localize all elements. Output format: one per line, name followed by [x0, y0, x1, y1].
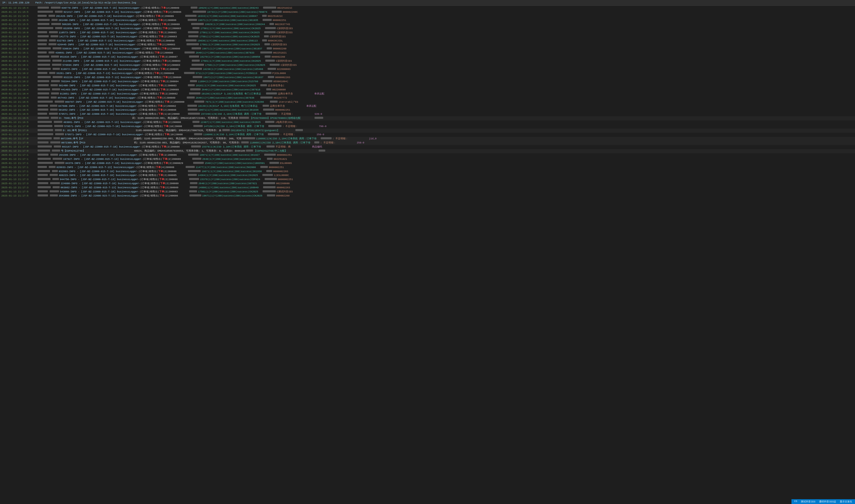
blur-col4	[267, 158, 273, 160]
blur-col3	[190, 80, 197, 82]
blur-col1	[38, 96, 49, 98]
blur-col4	[263, 80, 272, 82]
middle-col: -|订单域|销售出|下单|2|200083	[141, 59, 191, 63]
right-col: 055061894|	[273, 80, 310, 84]
status-col: 【PCO2769863】IPC02769863|创维箱仓配	[250, 116, 314, 120]
blur-col3	[192, 158, 201, 160]
blur-col4	[262, 174, 273, 176]
blur-col4	[260, 166, 268, 168]
timestamp: 2025-01-13 21:16:1	[1, 55, 37, 59]
status-col: 5711|1|Y|200|success|200|success|JY25011…	[196, 72, 260, 75]
blur-col3	[188, 19, 197, 21]
blur-col4	[314, 141, 319, 143]
timestamp: 2025-01-13 21:17:0	[1, 145, 37, 149]
status-col: i6270|1|Y|200|success|200|success|100858	[200, 55, 264, 59]
right-col: 000002260C	[283, 11, 319, 14]
middle-col: -|订单域|销售出|下单|2|200086	[137, 154, 187, 157]
extra-col: 单承运配	[306, 105, 854, 108]
blur-col3	[185, 166, 195, 168]
middle-col: -|订单域|销售出|下单|2|200090	[135, 39, 185, 43]
extra-col: 单承运配	[314, 92, 854, 96]
blur-col1	[38, 88, 50, 90]
log-row: 2025-01-13 21:17:0 663167-INFO - [JSF-BZ…	[0, 145, 855, 149]
timestamp: 2025-01-13 21:16:5	[1, 105, 37, 108]
middle-col: -|订单域|销售出|下单|1|10|20000	[137, 112, 187, 116]
blur-col1	[38, 113, 47, 115]
blur-col3	[188, 113, 200, 115]
blur-col1	[38, 149, 50, 151]
middle-col: -|订单域|销售出|下单|2|200082	[137, 105, 186, 108]
blur-col3	[193, 121, 199, 123]
timestamp: 2025-01-13 21:16:1	[1, 68, 37, 71]
timestamp: 2025-01-13 21:17:0	[1, 129, 37, 132]
info-col: 8072309;单号【PCO	[61, 141, 134, 145]
blur-col3	[194, 133, 202, 135]
blur-col4	[263, 182, 275, 184]
middle-col: -|订单域|销售出|下单|2|200089	[139, 182, 189, 185]
blur-col4	[265, 60, 275, 62]
blur-col4	[263, 6, 276, 8]
blur-col4	[269, 23, 274, 25]
right-col: : 不足明细：	[333, 137, 369, 141]
log-row: 2025-01-13 21:17:5 543060-INFO - [JSF-BZ…	[0, 190, 855, 194]
blur-col4	[262, 15, 267, 17]
blur-col1	[38, 64, 50, 66]
middle-col: -|订单域|销售出|下单|2|200086	[137, 108, 187, 112]
blur-col4	[270, 101, 278, 103]
blur-col2	[49, 15, 55, 17]
blur-col1	[38, 174, 48, 176]
middle-col: -|订单域|销售出|下单|2|200083	[138, 190, 188, 194]
blur-col1	[38, 137, 52, 139]
blur-col4	[266, 92, 277, 94]
log-row: 2025-01-13 21:16:0 532783-INFO - [JSF-BZ…	[0, 39, 855, 43]
right-col: C测试抖音IES	[277, 190, 313, 194]
status-col: 2640|1|Y|200|success|200|success|387821	[198, 182, 262, 185]
status-col: i9671|1|Y|200|success|200|success|CK2025	[202, 194, 266, 198]
middle-col: -|订单域|销售出|下单|2|2000848	[133, 72, 183, 75]
blur-col1	[38, 43, 47, 45]
info-col: 403061-INFO - [JSF-BZ-22000-915-T-13] bu…	[63, 121, 141, 124]
status-col: i9671|1|Y|200|success|200|success|361935	[198, 19, 262, 22]
info-col: 488223-INFO - [JSF-BZ-22000-915-T-18] bu…	[59, 174, 137, 177]
timestamp: 2025-01-13 21:15:5	[1, 15, 37, 18]
blur-col4	[321, 137, 332, 139]
extra-col: 商品编码	[312, 145, 854, 149]
blur-col1	[38, 35, 49, 37]
timestamp: 2025-01-13 21:16:5	[1, 112, 37, 116]
info-col: 506205-INFO - [JSF-BZ-22000-915-T-15] bu…	[62, 23, 140, 26]
blur-col1	[38, 117, 49, 119]
right-col: i电商月饼|ESL	[275, 121, 312, 124]
info-col: 33261-INFO - [JSF-BZ-22000-915-T-13] bus…	[56, 72, 133, 75]
timestamp: 2025-01-13 21:17:0	[1, 125, 37, 128]
log-container: 2025-01-13 21:15:4 630779-INFO - [JSF-BZ…	[0, 6, 855, 198]
log-row: 2025-01-13 21:16:2 33261-INFO - [JSF-BZ-…	[0, 71, 855, 76]
status-col: i9671|1|Y|200|success|200|success|361937	[203, 76, 267, 79]
status-col: 2640|1|Y|200|success|200|success|387828	[202, 158, 266, 161]
middle-col: -|订单域|销售出|下单|2|200083	[137, 84, 187, 88]
blur-col3	[190, 88, 201, 90]
blur-col3	[193, 76, 202, 78]
status-col: i9671|1|Y|200|success|200|success|361927	[199, 154, 263, 157]
blur-col3	[191, 23, 204, 25]
timestamp: 2025-01-13 21:17:5	[1, 190, 37, 194]
blur-col2	[51, 6, 60, 8]
status-col: i1477|1|Y|200|success|200|success|502808	[196, 166, 260, 169]
right-col: 002251821C	[277, 6, 314, 10]
extra-col: 258-0	[357, 141, 854, 145]
middle-col: S105-000000798-001, 商品编码: EMG44181709078…	[136, 129, 221, 132]
info-col: 264299-INFO - [JSF-BZ-22000-915-T-18] bu…	[59, 154, 137, 157]
log-row: 2025-01-13 21:16:5 501852-INFO - [JSF-BZ…	[0, 108, 855, 112]
blur-col4	[263, 19, 272, 21]
middle-col: -|订单域|销售出|下单|2|200086	[138, 178, 188, 181]
extra-col: 798-0	[319, 125, 854, 128]
timestamp: 2025-01-13 21:17:3	[1, 182, 37, 185]
blur-col2	[55, 129, 62, 131]
blur-col1	[38, 162, 53, 164]
status-col: i57240|1|N|ISO 2,104|订单系统 调用：订单下传	[201, 112, 265, 116]
blur-col1	[38, 154, 49, 156]
blur-col2	[50, 190, 59, 192]
log-row: 2025-01-13 21:16:1 430691-INFO - [JSF-BZ…	[0, 51, 855, 55]
blur-col4	[263, 190, 276, 192]
blur-col4	[264, 35, 269, 37]
timestamp: 2025-01-13 21:16:0	[1, 31, 37, 35]
